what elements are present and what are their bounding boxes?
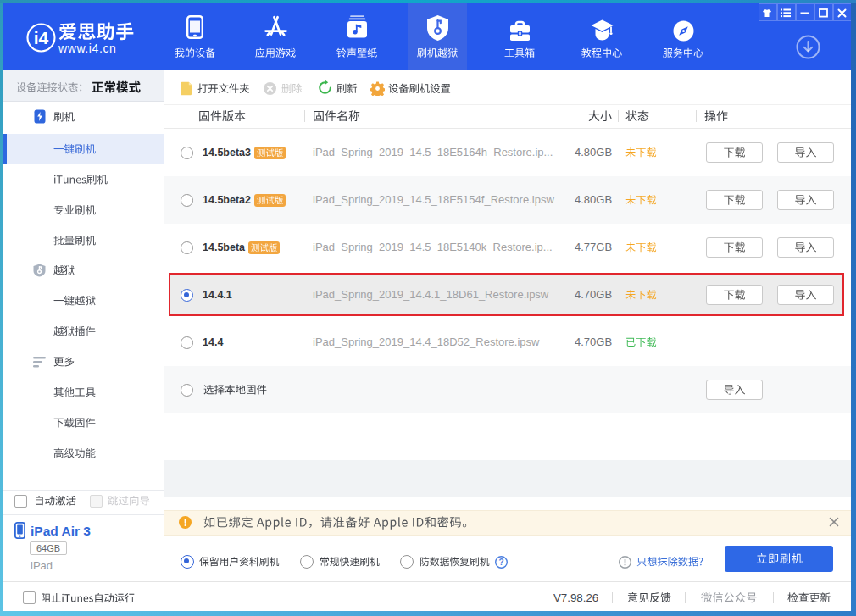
svg-text:i4: i4	[34, 28, 49, 47]
svg-text:?: ?	[498, 558, 503, 567]
